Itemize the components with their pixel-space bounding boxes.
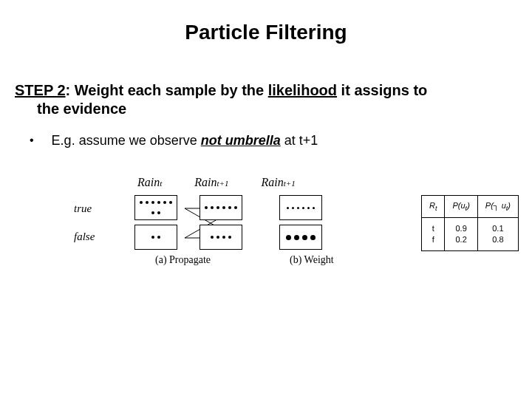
cell-a-false	[134, 225, 177, 250]
cell-c-true	[279, 195, 322, 220]
step-label: STEP 2	[15, 82, 66, 98]
probability-table: Rt P(ut) P(┐ ut) t f 0.9 0.2 0.1 0.8	[421, 195, 519, 251]
td-rt: t f	[421, 218, 445, 251]
th-put: P(ut)	[445, 196, 477, 218]
step-description: STEP 2: Weight each sample by the likeli…	[0, 44, 532, 118]
th-pnut: P(┐ ut)	[477, 196, 518, 218]
td-pnut: 0.1 0.8	[477, 218, 518, 251]
bullet-icon: •	[30, 132, 34, 149]
row-label-false: false	[74, 231, 95, 243]
bullet-item: • E.g. assume we observe not umbrella at…	[0, 118, 532, 149]
th-rt: Rt	[421, 196, 445, 218]
bullet-text: E.g. assume we observe not umbrella at t…	[52, 132, 318, 149]
td-put: 0.9 0.2	[445, 218, 477, 251]
cell-a-true	[134, 195, 177, 220]
page-title: Particle Filtering	[0, 0, 532, 44]
caption-weight: (b) Weight	[290, 254, 334, 266]
cell-b-true	[200, 195, 242, 220]
cell-b-false	[200, 225, 242, 250]
row-label-true: true	[74, 202, 92, 215]
variable-labels: Raint Raint+1 Raint+1	[137, 176, 296, 189]
caption-propagate: (a) Propagate	[155, 254, 211, 266]
cell-c-false	[279, 225, 322, 250]
